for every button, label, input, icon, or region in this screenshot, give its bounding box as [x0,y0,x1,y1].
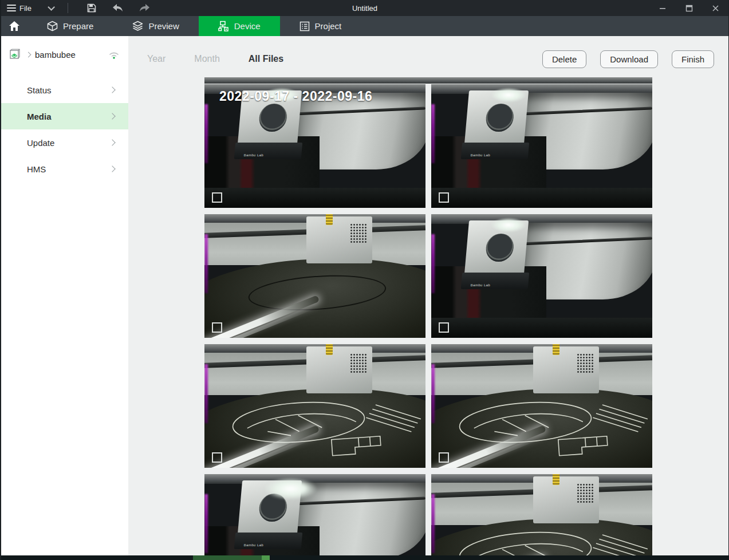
photo-toolhead [533,476,600,523]
sidebar-item-label: HMS [27,164,46,174]
media-thumbnail[interactable]: Bambu Lab 2022-09-17 - 2022-09-16 [204,84,425,208]
preview-icon [132,21,143,31]
photo-toolhead [306,216,373,263]
tab-project[interactable]: Project [280,16,361,36]
media-thumbnail[interactable]: Bambu Lab [204,474,425,560]
media-grid: Bambu Lab 2022-09-17 - 2022-09-16 [204,84,652,560]
printer-name: bambubee [35,50,76,60]
photo-floor [431,318,652,338]
printer-icon [9,49,21,60]
chevron-right-icon [109,113,115,119]
device-icon [218,21,229,31]
previous-row-edge [204,77,652,84]
photo-purple-glow [431,234,435,294]
toolbar-divider [68,3,68,13]
chevron-right-icon [109,139,115,145]
sidebar-item-update[interactable]: Update [1,129,128,156]
photo-floor [204,188,425,208]
home-icon [9,21,20,31]
window-bottom-edge [1,555,729,560]
photo-first-layer-pattern [440,523,652,560]
photo-purple-glow [204,104,208,164]
wifi-icon [108,50,120,60]
printer-selector[interactable]: bambubee [1,43,128,66]
redo-icon [139,3,150,13]
tab-label: Device [234,21,261,31]
sidebar-item-label: Status [27,85,52,95]
photo-floor [431,188,652,208]
tab-preview[interactable]: Preview [113,16,198,36]
chevron-right-icon [109,165,115,172]
tab-label: Preview [148,21,179,31]
tab-prepare[interactable]: Prepare [27,16,113,36]
minimize-button[interactable] [649,0,676,16]
maximize-button[interactable] [676,0,702,16]
sidebar-item-hms[interactable]: HMS [1,156,128,182]
filter-month[interactable]: Month [194,54,219,64]
tab-label: Prepare [63,21,93,31]
date-range-overlay: 2022-09-17 - 2022-09-16 [219,89,372,104]
photo-purple-glow [204,494,208,554]
sidebar-item-media[interactable]: Media [1,103,128,129]
prepare-icon [47,21,58,31]
thumbnail-checkbox[interactable] [212,452,222,463]
media-thumbnail[interactable]: Bambu Lab [431,84,652,208]
thumbnail-checkbox[interactable] [439,452,449,463]
toolhead-brand-label: Bambu Lab [243,153,263,157]
tab-device[interactable]: Device [199,16,280,36]
photo-purple-glow [431,364,435,424]
download-button[interactable]: Download [600,50,658,68]
media-thumbnail[interactable]: Bambu Lab [204,214,425,338]
save-button[interactable] [85,2,98,14]
toolhead-brand-label: Bambu Lab [470,283,490,287]
thumbnail-checkbox[interactable] [212,322,222,333]
file-menu[interactable]: File [19,4,31,13]
delete-button[interactable]: Delete [542,50,586,68]
photo-purple-glow [431,494,435,554]
sidebar-item-label: Update [27,138,54,148]
photo-toolhead [533,346,600,393]
save-icon [86,3,97,13]
finish-button[interactable]: Finish [672,50,714,68]
media-header: Year Month All Files Delete Download Fin… [128,36,728,69]
close-button[interactable] [702,0,728,16]
media-grid-wrap: Bambu Lab 2022-09-17 - 2022-09-16 [204,77,652,560]
thumbnail-checkbox[interactable] [439,192,449,203]
project-icon [300,21,310,31]
main-tab-bar: Prepare Preview Device Projec [1,16,728,36]
media-thumbnail[interactable]: Bambu Lab [204,344,425,468]
tab-home[interactable] [1,16,27,36]
toolhead-brand-label: Bambu Lab [470,153,490,157]
window-title: Untitled [1,4,728,13]
tab-label: Project [315,21,342,31]
hamburger-menu-icon[interactable] [7,5,16,11]
toolhead-brand-label: Bambu Lab [243,543,263,547]
photo-purple-glow [204,234,208,294]
media-thumbnail[interactable]: Bambu Lab [431,214,652,338]
app-window: File Untitled [0,0,729,560]
sidebar-item-label: Media [27,112,52,121]
chevron-down-icon[interactable] [48,3,55,11]
media-thumbnail[interactable]: Bambu Lab [431,344,652,468]
sidebar-item-status[interactable]: Status [1,77,128,103]
redo-button[interactable] [138,2,151,14]
thumbnail-checkbox[interactable] [439,322,449,333]
photo-purple-glow [431,104,435,164]
media-panel: Year Month All Files Delete Download Fin… [128,36,728,555]
photo-led-glare [264,478,317,500]
media-thumbnail[interactable]: Bambu Lab [431,474,652,560]
device-sidebar: bambubee Status Media Update [1,36,128,555]
filter-year[interactable]: Year [147,54,165,64]
filter-all-files[interactable]: All Files [249,54,283,64]
thumbnail-checkbox[interactable] [212,192,222,203]
chevron-right-icon [109,86,115,93]
title-bar: File Untitled [1,0,728,16]
undo-button[interactable] [112,2,124,14]
printer-breadcrumb-chevron [26,52,31,57]
photo-purple-glow [204,364,208,424]
photo-toolhead [306,346,373,393]
undo-icon [112,3,124,13]
